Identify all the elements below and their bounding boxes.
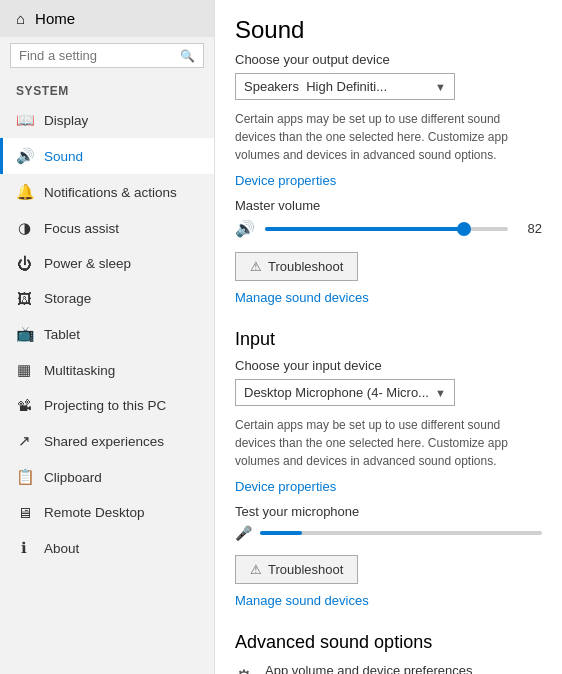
power-icon: ⏻ [16, 255, 32, 272]
sound-icon: 🔊 [16, 147, 32, 165]
sidebar-item-clipboard[interactable]: 📋 Clipboard [0, 459, 214, 495]
focus-icon: ◑ [16, 219, 32, 237]
input-info-text: Certain apps may be set up to use differ… [235, 416, 542, 470]
chevron-down-icon: ▼ [435, 81, 446, 93]
speaker-icon: 🔊 [235, 219, 255, 238]
page-title: Sound [235, 16, 542, 44]
main-content: Sound Choose your output device Speakers… [215, 0, 562, 674]
advanced-settings-icon: ⚙ [235, 665, 253, 674]
advanced-item-title: App volume and device preferences [265, 663, 542, 674]
clipboard-icon: 📋 [16, 468, 32, 486]
sidebar-item-focus[interactable]: ◑ Focus assist [0, 210, 214, 246]
volume-slider-track[interactable] [265, 227, 508, 231]
remote-icon: 🖥 [16, 504, 32, 521]
sidebar-item-projecting[interactable]: 📽 Projecting to this PC [0, 388, 214, 423]
input-troubleshoot-button[interactable]: ⚠ Troubleshoot [235, 555, 358, 584]
volume-slider-fill [265, 227, 464, 231]
sidebar-item-sound[interactable]: 🔊 Sound [0, 138, 214, 174]
sidebar-item-label: About [44, 541, 79, 556]
about-icon: ℹ [16, 539, 32, 557]
home-icon: ⌂ [16, 10, 25, 27]
sidebar-item-notifications[interactable]: 🔔 Notifications & actions [0, 174, 214, 210]
search-icon: 🔍 [180, 49, 195, 63]
microphone-icon: 🎤 [235, 525, 252, 541]
sidebar-item-power[interactable]: ⏻ Power & sleep [0, 246, 214, 281]
input-device-name: Desktop Microphone (4- Micro... [244, 385, 429, 400]
mic-level-track [260, 531, 542, 535]
sidebar-item-label: Remote Desktop [44, 505, 145, 520]
advanced-item-text: App volume and device preferences Custom… [265, 663, 542, 674]
tablet-icon: 📺 [16, 325, 32, 343]
notifications-icon: 🔔 [16, 183, 32, 201]
chevron-down-icon-input: ▼ [435, 387, 446, 399]
warning-icon-input: ⚠ [250, 562, 262, 577]
input-section-heading: Input [235, 329, 542, 350]
sidebar-item-label: Power & sleep [44, 256, 131, 271]
sidebar-item-remote[interactable]: 🖥 Remote Desktop [0, 495, 214, 530]
troubleshoot-label: Troubleshoot [268, 259, 343, 274]
projecting-icon: 📽 [16, 397, 32, 414]
master-volume-value: 82 [518, 221, 542, 236]
advanced-section: Advanced sound options ⚙ App volume and … [235, 632, 542, 674]
sidebar-item-label: Shared experiences [44, 434, 164, 449]
output-info-text: Certain apps may be set up to use differ… [235, 110, 542, 164]
sidebar-item-label: Focus assist [44, 221, 119, 236]
multitasking-icon: ▦ [16, 361, 32, 379]
sidebar-item-label: Notifications & actions [44, 185, 177, 200]
input-device-select[interactable]: Desktop Microphone (4- Micro... ▼ [235, 379, 455, 406]
system-label: System [0, 78, 214, 102]
sidebar-item-label: Storage [44, 291, 91, 306]
sidebar-item-label: Display [44, 113, 88, 128]
master-volume-label: Master volume [235, 198, 542, 213]
sidebar-item-storage[interactable]: 🖼 Storage [0, 281, 214, 316]
sidebar-item-multitasking[interactable]: ▦ Multitasking [0, 352, 214, 388]
sidebar-item-label: Tablet [44, 327, 80, 342]
input-device-properties-link[interactable]: Device properties [235, 479, 336, 494]
shared-icon: ↗ [16, 432, 32, 450]
search-input[interactable] [19, 48, 174, 63]
sidebar: ⌂ Home 🔍 System 📖 Display 🔊 Sound 🔔 Noti… [0, 0, 215, 674]
input-manage-sound-devices-link[interactable]: Manage sound devices [235, 593, 369, 608]
input-device-label: Choose your input device [235, 358, 542, 373]
volume-slider-thumb[interactable] [457, 222, 471, 236]
sidebar-item-label: Projecting to this PC [44, 398, 166, 413]
output-manage-sound-devices-link[interactable]: Manage sound devices [235, 290, 369, 305]
output-device-label: Choose your output device [235, 52, 542, 67]
sidebar-home-button[interactable]: ⌂ Home [0, 0, 214, 37]
master-volume-row: 🔊 82 [235, 219, 542, 238]
sidebar-item-shared[interactable]: ↗ Shared experiences [0, 423, 214, 459]
test-microphone-label: Test your microphone [235, 504, 542, 519]
sidebar-item-tablet[interactable]: 📺 Tablet [0, 316, 214, 352]
advanced-section-heading: Advanced sound options [235, 632, 542, 653]
search-box[interactable]: 🔍 [10, 43, 204, 68]
storage-icon: 🖼 [16, 290, 32, 307]
sidebar-item-label: Clipboard [44, 470, 102, 485]
warning-icon: ⚠ [250, 259, 262, 274]
output-troubleshoot-button[interactable]: ⚠ Troubleshoot [235, 252, 358, 281]
output-device-select[interactable]: Speakers High Definiti... ▼ [235, 73, 455, 100]
sidebar-item-display[interactable]: 📖 Display [0, 102, 214, 138]
troubleshoot-label-input: Troubleshoot [268, 562, 343, 577]
sidebar-item-about[interactable]: ℹ About [0, 530, 214, 566]
output-device-name: Speakers High Definiti... [244, 79, 387, 94]
advanced-item-row[interactable]: ⚙ App volume and device preferences Cust… [235, 663, 542, 674]
display-icon: 📖 [16, 111, 32, 129]
sidebar-item-label: Multitasking [44, 363, 115, 378]
sidebar-item-label: Sound [44, 149, 83, 164]
sidebar-home-label: Home [35, 10, 75, 27]
microphone-level-row: 🎤 [235, 525, 542, 541]
output-device-properties-link[interactable]: Device properties [235, 173, 336, 188]
